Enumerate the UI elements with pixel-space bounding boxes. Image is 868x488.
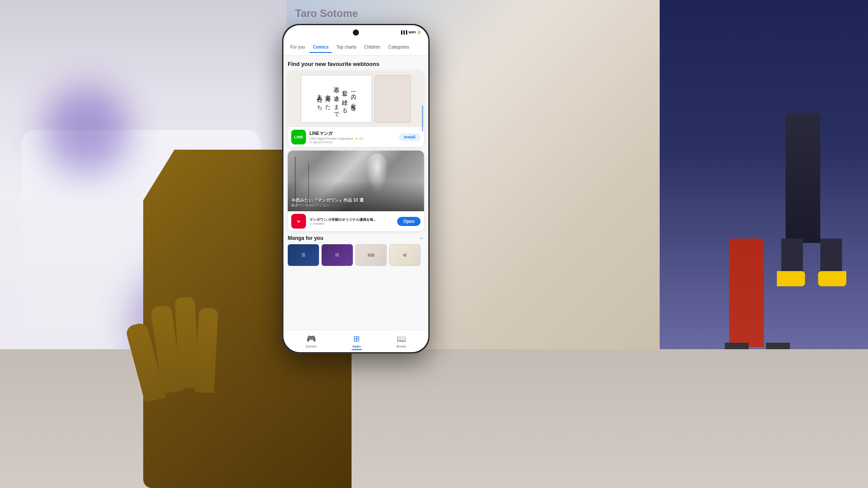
books-icon: 📖 [397, 334, 406, 344]
line-manga-name: LINEマンガ [309, 131, 395, 137]
manga-thumb-2[interactable]: 画 [322, 244, 353, 266]
manga-thumb-3-content: 怪獣 [356, 245, 386, 265]
checkmark-icon: ✓ [309, 222, 312, 226]
tab-for-you[interactable]: For you [287, 43, 309, 51]
installed-badge: ✓ Installed [309, 222, 394, 226]
tab-comics[interactable]: Comics [309, 43, 332, 51]
webtoon-card[interactable]: 一人の女性を愛し続ける誰も途さまで主備えた主人公たち LINE [288, 71, 424, 147]
blur-decoration-2 [43, 87, 130, 174]
battery-icon: 🔋 [417, 30, 421, 34]
manga-thumb-1-content: 漫 [288, 244, 319, 266]
manga-thumb-4[interactable]: 術 [389, 244, 421, 266]
spotlight-text-area: 今読みたい『マンガワン』作品 10 選 厳選マンガセレクション [291, 197, 421, 208]
manga-thumb-3[interactable]: 怪獣 [355, 244, 387, 266]
status-icons: ▐▐▐ WiFi 🔋 [400, 30, 421, 34]
manga-panel-side [375, 75, 411, 123]
line-manga-app-row: LINE LINEマンガ LINE Digital Frontier Corpo… [288, 127, 424, 147]
tab-top-charts[interactable]: Top charts [333, 43, 360, 51]
spotlight-image: Spotlight 今読みたい『マンガワン』作 [288, 151, 424, 211]
phone-body: ▐▐▐ WiFi 🔋 For you Comics Top charts Chi… [282, 24, 430, 354]
manga-thumb-2-content: 画 [322, 244, 353, 266]
phone-wrapper: ▐▐▐ WiFi 🔋 For you Comics Top charts Chi… [282, 24, 430, 354]
manga-section-header: Manga for you → [288, 235, 424, 242]
manga-japanese-text: 一人の女性を愛し続ける誰も途さまで主備えた主人公たち [316, 82, 358, 116]
open-button[interactable]: Open [397, 217, 421, 226]
manga-section-title: Manga for you [288, 235, 323, 241]
manga-thumbnails: 漫 画 怪獣 術 [288, 244, 424, 266]
mangawan-icon: M [291, 214, 306, 229]
content-area: Find your new favourite webtoons 一人の女性を愛… [283, 56, 428, 330]
line-manga-info: LINEマンガ LINE Digital Frontier Corporatio… [309, 131, 395, 144]
mangawan-app-row: M マンガワン-小学館のオリジナル漫画を毎... ✓ Installed Ope… [288, 211, 424, 231]
spotlight-subtitle-text: 厳選マンガセレクション [291, 203, 421, 208]
nav-tabs: For you Comics Top charts Children Categ… [283, 39, 428, 56]
iap-text: In-app purchases [309, 141, 395, 144]
install-button[interactable]: Install [399, 133, 421, 141]
bg-overlay-text: Taro Sotome [295, 7, 358, 20]
manga-panels: 一人の女性を愛し続ける誰も途さまで主備えた主人公たち [288, 72, 424, 126]
installed-text: Installed [313, 222, 324, 225]
line-manga-developer: LINE Digital Frontier Corporation [309, 137, 354, 140]
manga-panel-main: 一人の女性を愛し続ける誰も途さまで主備えた主人公たち [301, 75, 372, 123]
spotlight-title-text: 今読みたい『マンガワン』作品 10 選 [291, 197, 421, 203]
line-manga-icon: LINE [291, 130, 306, 144]
games-icon: 🎮 [306, 334, 316, 344]
bottom-nav: 🎮 Games ⊞ Apps 📖 Books [283, 330, 428, 352]
apps-icon: ⊞ [353, 334, 360, 344]
wifi-icon: WiFi [408, 30, 416, 34]
tab-categories[interactable]: Categories [385, 43, 412, 51]
apps-label: Apps [352, 344, 361, 348]
scroll-indicator [422, 105, 423, 131]
line-icon-text: LINE [294, 135, 303, 139]
mangawan-name: マンガワン-小学館のオリジナル漫画を毎... [309, 217, 394, 222]
spotlight-artwork: 今読みたい『マンガワン』作品 10 選 厳選マンガセレクション [288, 151, 424, 211]
tab-children[interactable]: Children [361, 43, 384, 51]
webtoon-image: 一人の女性を愛し続ける誰も途さまで主備えた主人公たち [288, 71, 424, 127]
signal-icon: ▐▐▐ [400, 30, 407, 34]
section-title: Find your new favourite webtoons [288, 61, 424, 67]
manga-thumb-1[interactable]: 漫 [288, 244, 319, 266]
nav-games[interactable]: 🎮 Games [300, 332, 322, 350]
phone-screen: ▐▐▐ WiFi 🔋 For you Comics Top charts Chi… [283, 25, 428, 352]
games-label: Games [306, 344, 317, 348]
floor [0, 349, 868, 488]
books-label: Books [397, 344, 406, 348]
spotlight-card[interactable]: Spotlight 今読みたい『マンガワン』作 [288, 151, 424, 231]
manga-section-arrow[interactable]: → [418, 235, 424, 242]
nav-apps[interactable]: ⊞ Apps [347, 332, 366, 350]
rating-stars: ★ [355, 137, 358, 141]
line-manga-sub: LINE Digital Frontier Corporation ★ 4.1 [309, 137, 395, 141]
nav-books[interactable]: 📖 Books [391, 332, 411, 350]
rating-value: 4.1 [359, 137, 364, 140]
manga-thumb-4-content: 術 [390, 245, 420, 265]
mangawan-info: マンガワン-小学館のオリジナル漫画を毎... ✓ Installed [309, 217, 394, 226]
camera-notch [353, 29, 359, 36]
mangawan-icon-text: M [297, 219, 300, 223]
